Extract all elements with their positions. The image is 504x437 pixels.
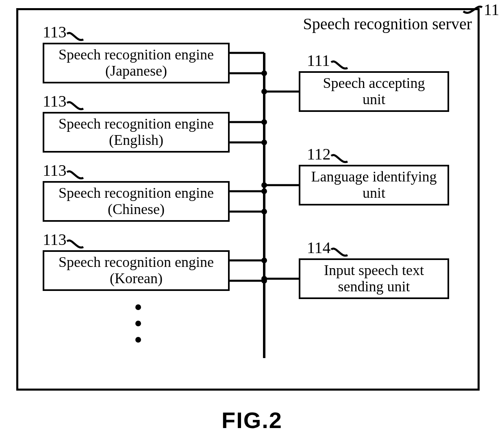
svg-point-20 [261, 188, 267, 194]
svg-point-16 [261, 89, 267, 94]
svg-point-21 [261, 209, 267, 214]
svg-point-17 [261, 119, 267, 125]
wiring [0, 0, 504, 391]
svg-point-22 [261, 258, 267, 263]
svg-point-15 [261, 70, 267, 76]
svg-point-18 [261, 140, 267, 145]
figure-caption: FIG.2 [0, 407, 504, 433]
svg-point-24 [261, 278, 267, 284]
svg-point-19 [261, 182, 267, 188]
